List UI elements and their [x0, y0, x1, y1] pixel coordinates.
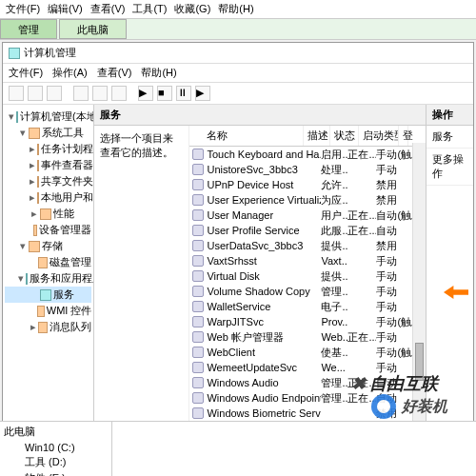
pause-button[interactable]: ⏸	[176, 86, 191, 101]
tree-node[interactable]: ▸事件查看器	[5, 157, 91, 173]
tree-node[interactable]: WMI 控件	[5, 303, 91, 319]
window-title: 计算机管理	[24, 46, 76, 60]
tree-node[interactable]: 服务	[5, 287, 91, 303]
gear-icon	[192, 255, 204, 267]
mgmt-menu-item[interactable]: 操作(A)	[52, 66, 88, 80]
tree-node[interactable]: ▸本地用户和组	[5, 189, 91, 206]
tree-node[interactable]: ▸任务计划程序	[5, 141, 91, 157]
play-button[interactable]: ▶	[138, 86, 153, 101]
tree-node[interactable]: 设备管理器	[5, 222, 91, 238]
tab[interactable]: 此电脑	[59, 19, 127, 39]
service-row[interactable]: Web 帐户管理器Web...正在...手动本	[189, 329, 426, 345]
restart-button[interactable]: ▶	[195, 86, 210, 101]
drive-item[interactable]: Win10 (C:)	[13, 441, 109, 454]
explorer-root[interactable]: 此电脑	[2, 424, 109, 440]
folder-icon	[37, 144, 39, 155]
tree-node[interactable]: ▸性能	[5, 206, 91, 222]
col-type[interactable]: 启动类型	[359, 126, 399, 146]
explorer-panel: 此电脑 Win10 (C:)工具 (D:)软件 (E:)素材盘 (F:)	[0, 421, 476, 476]
gear-icon	[192, 179, 204, 190]
menu-item[interactable]: 工具(T)	[132, 2, 167, 16]
col-logon[interactable]: 登	[399, 126, 408, 146]
expand-icon[interactable]: ▾	[18, 127, 27, 139]
tree-node[interactable]: ▾系统工具	[5, 125, 91, 141]
tree-node[interactable]: ▾存储	[5, 238, 91, 254]
expand-icon[interactable]: ▸	[30, 159, 35, 171]
expand-icon[interactable]: ▸	[30, 143, 35, 155]
gear-icon	[192, 209, 204, 221]
back-button[interactable]	[9, 86, 24, 101]
app-menu: 文件(F)编辑(V)查看(V)工具(T)收藏(G)帮助(H)	[0, 0, 476, 19]
tab-bar: 管理此电脑	[0, 19, 476, 40]
help-button[interactable]	[111, 86, 127, 101]
service-row[interactable]: UnistoreSvc_3bbc3处理...手动本	[189, 162, 426, 177]
service-row[interactable]: User Experience Virtualiz...为应...禁用本	[189, 192, 426, 208]
toolbar: ▶ ■ ⏸ ▶	[3, 83, 473, 105]
folder-icon	[16, 111, 18, 123]
service-row[interactable]: WarpJITSvcProv...手动(触发...本	[189, 314, 426, 329]
mid-header: 服务	[94, 105, 426, 126]
export-button[interactable]	[92, 86, 108, 101]
watermark-logo-icon	[371, 394, 396, 419]
expand-icon[interactable]: ▾	[18, 240, 27, 252]
menu-item[interactable]: 文件(F)	[6, 2, 40, 16]
tree-label: 性能	[53, 207, 74, 221]
drive-item[interactable]: 软件 (E:)	[13, 470, 109, 476]
service-row[interactable]: User Profile Service此服...正在...自动本	[189, 223, 426, 238]
action-item[interactable]: 服务	[426, 126, 473, 149]
gear-icon	[192, 347, 204, 358]
expand-icon[interactable]: ▸	[30, 321, 36, 333]
forward-button[interactable]	[28, 86, 43, 101]
action-item[interactable]: 更多操作	[426, 149, 473, 186]
tree-node[interactable]: ▸消息队列	[5, 319, 91, 335]
col-name[interactable]: 名称	[189, 126, 304, 146]
service-row[interactable]: UserDataSvc_3bbc3提供...禁用本	[189, 238, 426, 253]
expand-icon[interactable]: ▾	[9, 110, 14, 123]
stop-button[interactable]: ■	[157, 86, 172, 101]
service-row[interactable]: User Manager用户...正在...自动(触发...本	[189, 208, 426, 223]
menu-item[interactable]: 查看(V)	[90, 2, 126, 16]
tree-node[interactable]: ▸共享文件夹	[5, 173, 91, 189]
expand-icon[interactable]: ▸	[30, 191, 35, 204]
service-row[interactable]: Volume Shadow Copy管理...手动本	[189, 284, 426, 299]
service-row[interactable]: Touch Keyboard and Ha...启用...正在...手动(触发.…	[189, 147, 426, 162]
folder-icon	[37, 192, 39, 204]
mgmt-menu: 文件(F)操作(A)查看(V)帮助(H)	[3, 64, 473, 83]
service-row[interactable]: UPnP Device Host允许...禁用本	[189, 177, 426, 192]
refresh-button[interactable]	[73, 86, 89, 101]
tree-node[interactable]: ▾服务和应用程序	[5, 270, 91, 287]
expand-icon[interactable]: ▾	[18, 272, 24, 285]
up-button[interactable]	[47, 86, 62, 101]
watermark-a: 自由互联	[351, 372, 438, 395]
folder-icon	[33, 225, 37, 236]
menu-item[interactable]: 编辑(V)	[48, 2, 83, 16]
folder-icon	[38, 257, 48, 268]
expand-icon[interactable]: ▸	[30, 208, 38, 220]
service-row[interactable]: Virtual Disk提供...手动本	[189, 268, 426, 284]
service-row[interactable]: WebClient使基...手动(触发...本	[189, 345, 426, 360]
mgmt-menu-item[interactable]: 帮助(H)	[141, 66, 176, 80]
folder-icon	[38, 322, 48, 333]
drive-item[interactable]: 工具 (D:)	[13, 454, 109, 470]
menu-item[interactable]: 帮助(H)	[218, 2, 253, 16]
gear-icon	[192, 301, 204, 312]
tree-node[interactable]: ▾计算机管理(本地)	[5, 109, 91, 125]
col-desc[interactable]: 描述	[304, 126, 330, 146]
expand-icon[interactable]: ▸	[30, 175, 35, 188]
col-status[interactable]: 状态	[330, 126, 359, 146]
tree-label: 计算机管理(本地)	[20, 109, 94, 124]
tree-label: 任务计划程序	[41, 142, 94, 156]
mgmt-menu-item[interactable]: 文件(F)	[9, 66, 43, 80]
folder-icon	[29, 241, 40, 252]
gear-icon	[192, 164, 204, 175]
tab[interactable]: 管理	[0, 19, 57, 39]
folder-icon	[40, 208, 51, 220]
mgmt-menu-item[interactable]: 查看(V)	[97, 66, 132, 80]
folder-icon	[40, 289, 51, 301]
folder-icon	[37, 160, 39, 171]
service-row[interactable]: VaxtSrhsstVaxt...手动本	[189, 253, 426, 268]
menu-item[interactable]: 收藏(G)	[174, 2, 210, 16]
service-row[interactable]: WalletService电子...手动本	[189, 299, 426, 314]
watermark-b: 好装机	[371, 394, 447, 419]
tree-node[interactable]: 磁盘管理	[5, 254, 91, 270]
